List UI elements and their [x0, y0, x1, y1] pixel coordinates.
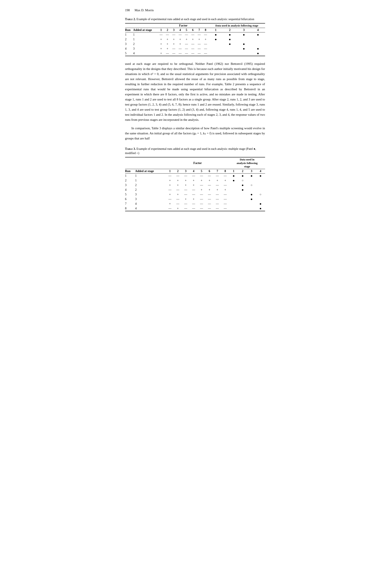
table-row: 2 [125, 37, 133, 42]
table2-f5: 5 [183, 28, 190, 32]
table2-factor-header: Factor [158, 23, 209, 28]
table-row: 8 [125, 206, 135, 211]
body-paragraph1: used at each stage are required to be or… [125, 61, 265, 122]
table3-empty-header [125, 157, 166, 169]
table2-s4: 4 [251, 28, 265, 32]
table3-caption-text: Example of experimental runs added at ea… [125, 147, 256, 155]
table3-label: Table 3. [125, 147, 136, 150]
table-row: 4 [125, 188, 135, 192]
table2-caption-text: Example of experimental runs added at ea… [137, 18, 254, 21]
table-row: 2 [125, 178, 135, 183]
table-row: 1 [125, 173, 135, 178]
table2-f8: 8 [202, 28, 209, 32]
table3-s1: 1 [229, 169, 238, 173]
table3-f1: 1 [166, 169, 174, 173]
table2-f6: 6 [190, 28, 196, 32]
table3-factor-header: Factor [166, 157, 229, 169]
table2-stage-col-header: Added at stage [133, 28, 158, 32]
table3-stage-col-header: Added at stage [135, 169, 166, 173]
table2-empty-header [125, 23, 158, 28]
table3-f7: 7 [213, 169, 221, 173]
table3-stage-header: Data used inanalysis followingstage [229, 157, 265, 169]
table-row: 4 [125, 46, 133, 51]
table2-s3: 3 [237, 28, 251, 32]
table-row: 7 [125, 202, 135, 206]
table3-f4: 4 [190, 169, 197, 173]
table2-run-header: Run [125, 28, 133, 32]
table2-f3: 3 [171, 28, 177, 32]
table2-caption: Table 2. Example of experimental runs ad… [125, 17, 265, 21]
table-row: 3 [125, 183, 135, 188]
table2-s2: 2 [223, 28, 237, 32]
table2-s1: 1 [209, 28, 223, 32]
table2-f7: 7 [196, 28, 202, 32]
table2: Factor Data used in analysis following s… [125, 23, 265, 56]
table2-stage-header: Data used in analysis following stage [209, 23, 265, 28]
table3-f6: 6 [205, 169, 213, 173]
table3-s3: 3 [247, 169, 256, 173]
body-paragraph2: In comparison, Table 3 displays a simila… [125, 126, 265, 141]
table-row: 5 [125, 51, 133, 56]
table3-run-header: Run [125, 169, 135, 173]
table3-f3: 3 [182, 169, 190, 173]
page-number: 198 [125, 8, 130, 12]
table2-label: Table 2. [125, 18, 136, 21]
table-row: 3 [125, 42, 133, 46]
table3-caption: Table 3. Example of experimental runs ad… [125, 147, 265, 155]
table3-f5: 5 [198, 169, 205, 173]
page-header: 198 Max D. Morris [125, 8, 265, 12]
table3: Factor Data used inanalysis followingsta… [125, 157, 265, 211]
table3-s2: 2 [238, 169, 247, 173]
table3-f8: 8 [221, 169, 229, 173]
author-name: Max D. Morris [135, 8, 154, 12]
table-row: 1 [125, 32, 133, 37]
table-row: 6 [125, 197, 135, 202]
table-row: 5 [125, 192, 135, 197]
table3-f2: 2 [174, 169, 182, 173]
table3-s4: 4 [256, 169, 265, 173]
table2-f2: 2 [164, 28, 171, 32]
table2-f4: 4 [177, 28, 183, 32]
table2-f1: 1 [158, 28, 164, 32]
